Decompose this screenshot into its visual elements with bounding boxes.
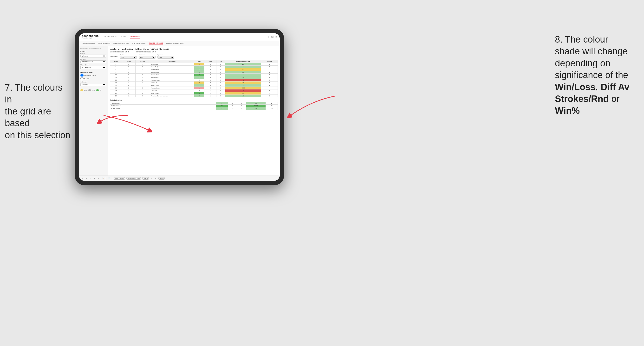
sub-nav-team-summary[interactable]: TEAM SUMMARY: [82, 42, 95, 44]
col-win: Win: [194, 60, 204, 63]
sub-nav-player-h2h-grid[interactable]: PLAYER H2H GRID: [149, 42, 164, 44]
legend-dot-up: [96, 89, 99, 91]
grid-icon[interactable]: ⊞: [154, 177, 157, 179]
filter-conference-select[interactable]: (All): [139, 56, 156, 59]
gender-select[interactable]: Women's: [80, 55, 106, 57]
colour-by-select[interactable]: Win/loss: [80, 83, 106, 86]
cell-reg: 7: [122, 82, 135, 84]
player-rank-select[interactable]: 8. Katelyn Vo: [80, 66, 106, 69]
clock-btn[interactable]: 🕐: [107, 177, 110, 179]
cell-diff: 0.38: [225, 82, 261, 84]
legend-level-label: Level: [92, 89, 95, 91]
cell-win: 1: [194, 71, 204, 74]
cell-div: 14: [110, 82, 122, 84]
cell-win: 1: [194, 66, 204, 68]
main-content: Last Updated: 27/03/2024 16:55:38 Player…: [79, 46, 280, 181]
legend-dot-down: [80, 89, 83, 91]
cell-diff: 4: [225, 74, 261, 76]
cell-reg: 3: [122, 68, 135, 71]
sub-nav-player-h2h-heatmap[interactable]: PLAYER H2H HEATMAP: [166, 42, 184, 44]
ood-cell-diff: 9.267: [246, 105, 266, 107]
copy-btn[interactable]: ⧉: [93, 177, 96, 179]
toolbar-divider-2: [112, 177, 112, 180]
ood-cell-tie: 0: [237, 102, 246, 105]
cell-tie: 0: [216, 89, 225, 92]
annotation-right: 8. The colour shade will change dependin…: [555, 34, 637, 117]
cell-reg: 11: [122, 76, 135, 79]
opponent-view-radio-group: Opponents Played Top 100: [80, 74, 106, 80]
cell-tie: 0: [216, 71, 225, 74]
cell-tie: 0: [216, 95, 225, 97]
cell-opponent: Stella Cheng: [150, 84, 194, 87]
division-select[interactable]: NCAA Division III: [80, 60, 106, 63]
opponents-label: Opponents:: [110, 56, 118, 57]
cell-opponent: Federica Domecq Lacroze: [150, 95, 194, 97]
cell-rounds: [261, 87, 278, 89]
cell-tie: 0: [216, 92, 225, 95]
paste-btn[interactable]: 📋: [101, 177, 104, 179]
nav-link-committee[interactable]: COMMITTEE: [130, 35, 140, 38]
ood-cell-opponent: NCAA Division 2: [110, 107, 216, 110]
left-panel: Last Updated: 27/03/2024 16:55:38 Player…: [79, 46, 108, 181]
filter-conference-label: Conference: [139, 54, 156, 55]
cell-diff: 1.33: [225, 95, 261, 97]
logo-area: SCOREBOARD Powered by clippd: [82, 35, 99, 39]
ood-table-row: NCAA Division 2 5 0 0 7.4 10: [110, 107, 278, 110]
cell-rounds: 2: [261, 79, 278, 82]
right-panel: Katelyn Vo Head-to-Head Grid for Women's…: [108, 46, 280, 181]
cell-win: 1: [194, 68, 204, 71]
watch-btn[interactable]: Watch: [142, 177, 149, 179]
sub-nav-team-h2h-heatmap[interactable]: TEAM H2H HEATMAP: [113, 42, 129, 44]
cell-div: 11: [110, 76, 122, 79]
ood-cell-loss: 0: [228, 107, 237, 110]
cell-diff: -0.94: [225, 87, 261, 89]
cell-tie: 0: [216, 66, 225, 68]
cell-div: 10: [110, 74, 122, 76]
scissors-btn[interactable]: ✂: [97, 177, 100, 179]
filter-region-select[interactable]: (All): [120, 56, 137, 59]
cell-loss: 0: [204, 63, 216, 66]
ood-cell-rounds: 10: [266, 107, 278, 110]
cell-conf: 4: [135, 63, 150, 66]
cell-rounds: 3: [261, 71, 278, 74]
undo-btn[interactable]: ↩: [81, 177, 84, 179]
ood-cell-tie: 0: [237, 107, 246, 110]
radio-top100-input[interactable]: [80, 77, 84, 80]
annotation-right-line4: significance of the: [555, 70, 628, 80]
nav-link-tournaments[interactable]: TOURNAMENTS: [104, 35, 116, 38]
share-btn[interactable]: Share: [158, 177, 165, 179]
sub-nav-player-summary[interactable]: PLAYER SUMMARY: [132, 42, 146, 44]
cell-rounds: [261, 68, 278, 71]
nav-link-teams[interactable]: TEAMS: [120, 35, 126, 38]
annotation-right-bold1: Win/Loss: [555, 82, 596, 92]
cell-reg: 2: [122, 87, 135, 89]
radio-top100[interactable]: Top 100: [80, 77, 106, 80]
filter-opponent-group: Opponent (All): [158, 54, 174, 59]
redo-right-btn[interactable]: ↻: [89, 177, 92, 179]
annotation-right-bold3: Strokes/Rnd: [555, 94, 609, 104]
tablet-screen: SCOREBOARD Powered by clippd TOURNAMENTS…: [79, 33, 280, 181]
sign-out-link[interactable]: Sign out: [270, 36, 277, 38]
radio-opponents-played[interactable]: Opponents Played: [80, 74, 106, 77]
redo-left-btn[interactable]: ↺: [85, 177, 88, 179]
sub-nav-team-h2h-grid[interactable]: TEAM H2H GRID: [98, 42, 110, 44]
table-row: 10 6 3 Andrea York 2 0 0 4 4: [110, 74, 278, 76]
share-area-icon[interactable]: ⊡: [150, 177, 153, 179]
last-updated: Last Updated: 27/03/2024 16:55:38: [80, 48, 106, 49]
cell-rounds: 2: [261, 89, 278, 92]
radio-opponents-played-input[interactable]: [80, 74, 84, 77]
save-custom-btn[interactable]: Save Custom View: [126, 177, 141, 179]
cell-loss: 0: [204, 74, 216, 76]
table-row: 3 1 4 Esther Lee 1 0 1 1.5 4: [110, 63, 278, 66]
annotation-left-line1: 7. The colours in: [5, 82, 62, 104]
cell-tie: 0: [216, 84, 225, 87]
cell-rounds: 6: [261, 95, 278, 97]
view-original-btn[interactable]: View: Original: [114, 177, 125, 179]
filter-opponent-select[interactable]: (All): [158, 56, 174, 59]
table-row: 18 2 2 Euna Lee 0 1 0 -5 2: [110, 89, 278, 92]
annotation-right-line3: depending on: [555, 58, 610, 68]
cell-opponent: Sharon Mun: [150, 71, 194, 74]
ood-cell-diff: 4.5: [246, 102, 266, 105]
cell-win: 1: [194, 76, 204, 79]
cell-opponent: Emily Chang: [150, 92, 194, 95]
